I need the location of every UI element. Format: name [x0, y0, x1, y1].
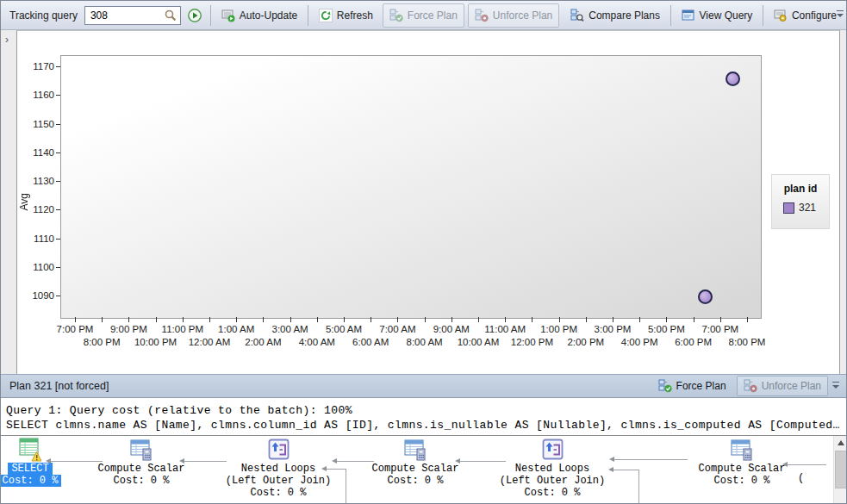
unforce-plan-button-top[interactable]: Unforce Plan [468, 3, 559, 28]
query-store-tracked-queries-window: Tracking query Auto-Update Refresh [0, 0, 847, 504]
plan-node-label: Nested Loops [495, 463, 609, 475]
select-result-icon [1, 438, 87, 463]
y-axis-tickmark [56, 66, 60, 67]
x-axis-tickmark [156, 317, 157, 322]
plan-connector-elbow [346, 469, 346, 504]
x-axis-tick-label: 7:00 AM [371, 323, 424, 335]
legend-title: plan id [772, 183, 829, 195]
force-plan-icon [389, 9, 403, 22]
plan-node-nested-loops-2[interactable]: Nested Loops(Left Outer Join)Cost: 0 % [495, 438, 609, 499]
y-axis-tick-label: 1090 [17, 289, 54, 302]
plan-connector [337, 461, 374, 462]
view-query-icon [682, 9, 695, 22]
x-axis-tick-label: 7:00 PM [694, 323, 747, 335]
nested-loops-icon [221, 438, 335, 463]
run-tracking-button[interactable] [184, 4, 206, 27]
top-toolbar: Tracking query Auto-Update Refresh [1, 1, 847, 30]
plan-node-label: Cost: 0 % [495, 487, 609, 499]
scatter-plot-area[interactable] [60, 55, 762, 319]
x-axis-tick-label: 12:00 AM [183, 336, 236, 348]
x-axis-tick-label: 1:00 AM [209, 323, 263, 335]
y-axis-tick-label: 1160 [17, 89, 54, 101]
unforce-plan-icon [744, 379, 757, 393]
refresh-button[interactable]: Refresh [313, 4, 379, 27]
nested-loops-icon [495, 438, 609, 463]
compare-plans-icon [570, 9, 584, 22]
plan-connector [614, 459, 688, 460]
execution-plan-pane[interactable]: SELECTCost: 0 %Compute ScalarCost: 0 %Ne… [1, 436, 847, 504]
y-axis-tick-label: 1100 [17, 261, 54, 273]
y-axis-tick-label: 1130 [17, 175, 54, 187]
force-plan-button[interactable]: Force Plan [652, 376, 732, 395]
query-text-pane[interactable]: Query 1: Query cost (relative to the bat… [1, 398, 847, 436]
query-sql-line: SELECT clmns.name AS [Name], clmns.colum… [6, 418, 847, 432]
unforce-plan-label: Unforce Plan [762, 380, 821, 392]
y-axis-tickmark [56, 181, 60, 182]
configure-label: Configure [792, 9, 837, 22]
search-icon[interactable] [164, 9, 177, 22]
plan-connector [788, 464, 826, 465]
x-axis-tick-label: 8:00 AM [398, 336, 452, 348]
force-plan-button-top[interactable]: Force Plan [383, 3, 464, 28]
auto-update-button[interactable]: Auto-Update [215, 4, 303, 27]
unforce-plan-button[interactable]: Unforce Plan [737, 376, 828, 396]
scatter-point-plan-321[interactable] [726, 72, 740, 86]
compute-scalar-icon [685, 438, 799, 463]
x-axis-tickmark [478, 317, 479, 322]
tracking-query-field [84, 6, 181, 25]
query-cost-line: Query 1: Query cost (relative to the bat… [6, 403, 847, 418]
plan-node-label: Cost: 0 % [685, 475, 799, 487]
plan-node-label: Compute Scalar [84, 463, 198, 475]
x-axis-tickmark [263, 317, 264, 322]
y-axis-tick-label: 1120 [17, 203, 54, 215]
x-axis-tickmark [75, 317, 76, 322]
x-axis-tickmark [747, 317, 748, 322]
plan-status-text: Plan 321 [not forced] [9, 380, 109, 392]
plan-node-label: Cost: 0 % [84, 475, 198, 487]
compare-plans-button[interactable]: Compare Plans [564, 4, 666, 27]
plan-connector-elbow [613, 470, 638, 470]
expand-panel-chevron-icon[interactable]: › [5, 34, 9, 46]
scatter-point-plan-321[interactable] [698, 289, 713, 304]
scrollbar-thumb[interactable] [835, 451, 847, 488]
configure-icon [774, 9, 788, 22]
unforce-plan-label: Unforce Plan [493, 9, 552, 22]
legend-entry[interactable]: 321 [783, 202, 829, 214]
x-axis-tickmark [586, 317, 587, 322]
x-axis-tickmark [639, 317, 640, 322]
plan-node-label: Cost: 0 % [358, 475, 472, 487]
y-axis-tickmark [56, 267, 60, 268]
plan-connector [51, 461, 103, 462]
x-axis-tickmark [505, 317, 506, 322]
plan-connector-elbow [327, 469, 346, 470]
y-axis-tick-label: 1140 [17, 146, 54, 159]
plan-node-nested-loops-1[interactable]: Nested Loops(Left Outer Join)Cost: 0 % [221, 438, 335, 499]
plan-node-select[interactable]: SELECTCost: 0 % [1, 438, 87, 487]
x-axis-tick-label: 4:00 AM [290, 336, 344, 348]
toolbar-separator [210, 5, 211, 26]
refresh-icon [319, 9, 333, 22]
plan-pane-scrollbar[interactable] [833, 436, 847, 504]
x-axis-tick-label: 3:00 PM [586, 323, 639, 335]
x-axis-tick-label: 2:00 AM [236, 336, 290, 348]
x-axis-tick-label: 12:00 PM [505, 336, 558, 348]
configure-button[interactable]: Configure [768, 4, 843, 27]
x-axis-tickmark [666, 317, 667, 322]
chart-area: › Avg 1090110011101120113011401150116011… [1, 30, 847, 374]
y-axis-tick-label: 1110 [17, 233, 54, 245]
toolbar-overflow-button[interactable] [836, 9, 845, 21]
x-axis-tickmark [183, 317, 184, 322]
x-axis-tick-label: 6:00 AM [344, 336, 397, 348]
plan-node-label: Nested Loops [221, 463, 335, 475]
refresh-label: Refresh [337, 9, 373, 22]
x-axis-tickmark [236, 317, 237, 322]
plan-node-label: Cost: 0 % [221, 487, 335, 499]
plan-bar-overflow-button[interactable] [831, 380, 841, 392]
tracking-query-label: Tracking query [9, 9, 78, 22]
x-axis-tickmark [452, 317, 452, 322]
view-query-button[interactable]: View Query [676, 4, 759, 27]
force-plan-label: Force Plan [676, 380, 726, 392]
collapsed-side-panel[interactable]: › [1, 30, 16, 374]
force-plan-icon [658, 379, 672, 393]
scroll-up-button[interactable] [834, 436, 847, 450]
